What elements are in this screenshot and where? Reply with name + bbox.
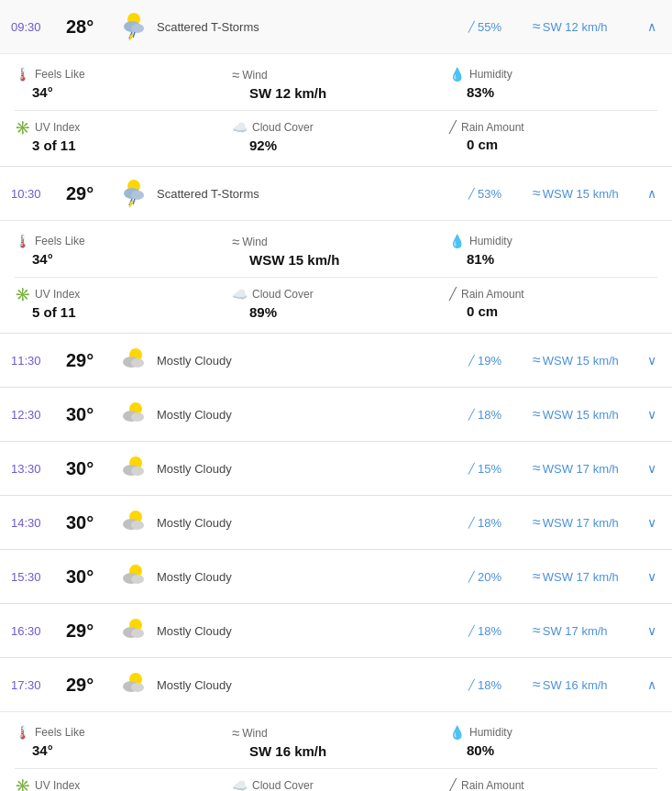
detail-panel-0: 🌡️ Feels Like 34° ≈ Wind SW 12 km/h 💧: [0, 53, 672, 166]
wind-info: ≈ WSW 15 km/h: [533, 185, 643, 202]
weather-row: 16:3029° Mostly Cloudy╱18%≈ SW 17 km/h∨: [0, 604, 672, 658]
wind-icon: ≈: [533, 18, 539, 35]
wind-info: ≈ WSW 17 km/h: [533, 568, 643, 585]
cloud-value: 92%: [232, 137, 440, 153]
time: 09:30: [11, 20, 66, 34]
time: 10:30: [11, 187, 66, 201]
expand-icon[interactable]: ∨: [643, 623, 661, 638]
main-row-1[interactable]: 10:3029° Scattered T-Storms╱53%≈ WSW 15 …: [0, 167, 672, 220]
humidity-item: 💧 Humidity 80%: [449, 725, 657, 759]
expand-icon[interactable]: ∨: [643, 353, 661, 368]
precipitation: ╱15%: [468, 462, 533, 476]
wind-info: ≈ SW 16 km/h: [533, 676, 643, 693]
wind-value: WSW 15 km/h: [543, 408, 619, 422]
main-row-5[interactable]: 14:3030° Mostly Cloudy╱18%≈ WSW 17 km/h∨: [0, 496, 672, 549]
condition-text: Mostly Cloudy: [157, 624, 276, 638]
rain-icon: ╱: [449, 778, 457, 791]
main-row-6[interactable]: 15:3030° Mostly Cloudy╱20%≈ WSW 17 km/h∨: [0, 550, 672, 603]
weather-condition-icon: [116, 9, 151, 44]
uv-item: ✳️ UV Index 3 of 11: [15, 120, 223, 153]
precip-value: 18%: [478, 408, 501, 422]
main-row-3[interactable]: 12:3030° Mostly Cloudy╱18%≈ WSW 15 km/h∨: [0, 388, 672, 441]
condition-text: Mostly Cloudy: [157, 516, 276, 530]
wind-icon: ≈: [533, 406, 539, 423]
condition-text: Mostly Cloudy: [157, 354, 276, 368]
wind-detail-icon: ≈: [232, 725, 237, 741]
condition-area: Mostly Cloudy: [116, 397, 468, 432]
expand-icon[interactable]: ∨: [643, 407, 661, 422]
precipitation: ╱18%: [468, 624, 533, 638]
wind-info: ≈ WSW 15 km/h: [533, 352, 643, 368]
wind-icon: ≈: [533, 622, 539, 639]
wind-detail-label: Wind: [242, 727, 267, 740]
cloud-label-row: ☁️ Cloud Cover: [232, 120, 440, 135]
svg-line-4: [133, 32, 135, 38]
humidity-value: 83%: [449, 84, 657, 100]
wind-info: ≈ SW 12 km/h: [533, 18, 643, 35]
uv-label: UV Index: [35, 779, 80, 791]
precipitation: ╱18%: [468, 408, 533, 422]
condition-area: Scattered T-Storms: [116, 176, 468, 211]
main-row-8[interactable]: 17:3029° Mostly Cloudy╱18%≈ SW 16 km/h∧: [0, 658, 672, 711]
svg-point-27: [131, 629, 144, 638]
main-row-0[interactable]: 09:3028° Scattered T-Storms╱55%≈ SW 12 k…: [0, 0, 672, 53]
collapse-icon[interactable]: ∧: [643, 19, 661, 34]
wind-detail-value: SW 16 km/h: [232, 743, 440, 759]
detail-grid-2: ✳️ UV Index 3 of 11 ☁️ Cloud Cover 92% ╱: [15, 120, 657, 153]
main-row-2[interactable]: 11:3029° Mostly Cloudy╱19%≈ WSW 15 km/h∨: [0, 334, 672, 387]
condition-area: Mostly Cloudy: [116, 505, 468, 540]
wind-icon: ≈: [533, 514, 539, 531]
cloud-label: Cloud Cover: [252, 121, 314, 134]
wind-detail-item: ≈ Wind WSW 15 km/h: [232, 234, 440, 268]
temperature: 30°: [66, 566, 116, 588]
feels-like-value: 34°: [15, 251, 223, 267]
weather-row: 15:3030° Mostly Cloudy╱20%≈ WSW 17 km/h∨: [0, 550, 672, 604]
uv-label-row: ✳️ UV Index: [15, 287, 223, 302]
precip-icon: ╱: [468, 571, 475, 583]
uv-icon: ✳️: [15, 287, 30, 302]
precipitation: ╱20%: [468, 570, 533, 584]
expand-icon[interactable]: ∨: [643, 461, 661, 476]
weather-condition-icon: [116, 176, 151, 211]
detail-divider: [15, 110, 657, 111]
precip-value: 15%: [478, 462, 501, 476]
rain-label-row: ╱ Rain Amount: [449, 778, 657, 791]
precip-icon: ╱: [468, 409, 475, 421]
feels-like-item: 🌡️ Feels Like 34°: [15, 234, 223, 268]
cloud-icon: ☁️: [232, 778, 248, 791]
rain-label: Rain Amount: [461, 779, 524, 792]
svg-line-9: [133, 199, 135, 204]
expand-icon[interactable]: ∨: [643, 515, 661, 530]
feels-like-icon: 🌡️: [15, 67, 30, 82]
humidity-icon: 💧: [449, 234, 465, 248]
rain-label: Rain Amount: [461, 121, 524, 134]
detail-panel-8: 🌡️ Feels Like 34° ≈ Wind SW 16 km/h 💧: [0, 711, 672, 791]
main-row-7[interactable]: 16:3029° Mostly Cloudy╱18%≈ SW 17 km/h∨: [0, 604, 672, 657]
svg-point-2: [131, 24, 144, 33]
wind-detail-item: ≈ Wind SW 12 km/h: [232, 67, 440, 101]
condition-area: Mostly Cloudy: [116, 667, 468, 702]
weather-row: 10:3029° Scattered T-Storms╱53%≈ WSW 15 …: [0, 167, 672, 334]
cloud-item: ☁️ Cloud Cover 92%: [232, 120, 440, 153]
precip-value: 18%: [478, 678, 501, 692]
weather-condition-icon: [116, 451, 151, 486]
humidity-value: 81%: [449, 251, 657, 267]
collapse-icon[interactable]: ∧: [643, 186, 661, 201]
feels-like-value: 34°: [15, 84, 223, 100]
expand-icon[interactable]: ∨: [643, 569, 661, 584]
time: 13:30: [11, 462, 66, 476]
detail-grid: 🌡️ Feels Like 34° ≈ Wind SW 16 km/h 💧: [15, 725, 657, 759]
time: 12:30: [11, 408, 66, 422]
weather-condition-icon: [116, 667, 151, 702]
precipitation: ╱19%: [468, 354, 533, 368]
condition-area: Mostly Cloudy: [116, 451, 468, 486]
uv-label: UV Index: [35, 288, 80, 301]
svg-point-7: [131, 191, 144, 200]
wind-icon: ≈: [533, 185, 539, 202]
main-row-4[interactable]: 13:3030° Mostly Cloudy╱15%≈ WSW 17 km/h∨: [0, 442, 672, 495]
wind-detail-label: Wind: [242, 69, 267, 82]
wind-value: WSW 17 km/h: [543, 516, 619, 530]
feels-like-label: Feels Like: [35, 68, 85, 81]
collapse-icon[interactable]: ∧: [643, 677, 661, 692]
wind-detail-item: ≈ Wind SW 16 km/h: [232, 725, 440, 759]
